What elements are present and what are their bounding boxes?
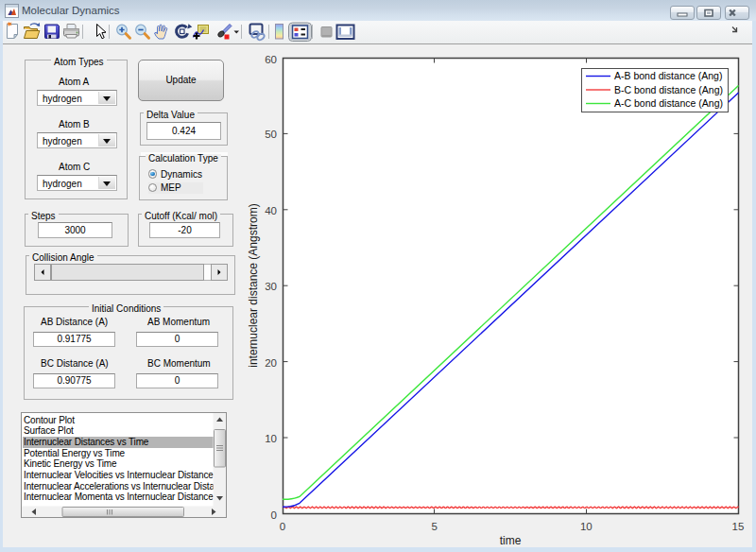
svg-text:30: 30 xyxy=(265,281,277,292)
svg-text:10: 10 xyxy=(580,521,593,532)
svg-text:20: 20 xyxy=(265,357,277,369)
svg-text:A-C bond distance (Ang): A-C bond distance (Ang) xyxy=(614,97,723,109)
svg-text:time: time xyxy=(500,534,522,547)
svg-text:0: 0 xyxy=(280,521,285,532)
svg-text:60: 60 xyxy=(265,54,277,65)
svg-text:5: 5 xyxy=(431,521,437,532)
svg-text:50: 50 xyxy=(265,129,277,140)
svg-text:B-C bond distance (Ang): B-C bond distance (Ang) xyxy=(614,84,723,95)
svg-text:10: 10 xyxy=(265,433,277,444)
svg-text:internuclear distance (Angstro: internuclear distance (Angstrom) xyxy=(247,203,260,367)
svg-text:40: 40 xyxy=(265,205,277,216)
svg-text:A-B bond distance (Ang): A-B bond distance (Ang) xyxy=(614,70,722,81)
svg-text:15: 15 xyxy=(732,521,745,532)
svg-text:0: 0 xyxy=(271,509,277,521)
